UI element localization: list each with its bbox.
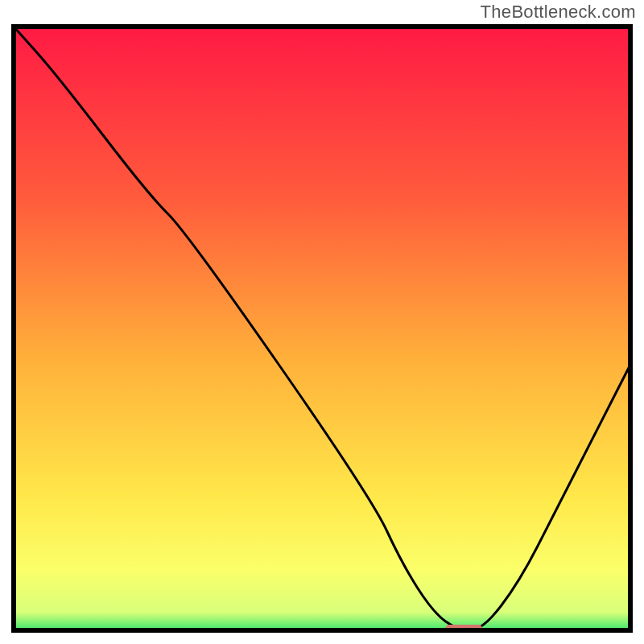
chart-svg [11, 24, 633, 633]
watermark-text: TheBottleneck.com [481, 2, 636, 23]
bottleneck-plot [11, 24, 633, 633]
chart-container: TheBottleneck.com [0, 0, 644, 644]
gradient-background [14, 27, 630, 630]
